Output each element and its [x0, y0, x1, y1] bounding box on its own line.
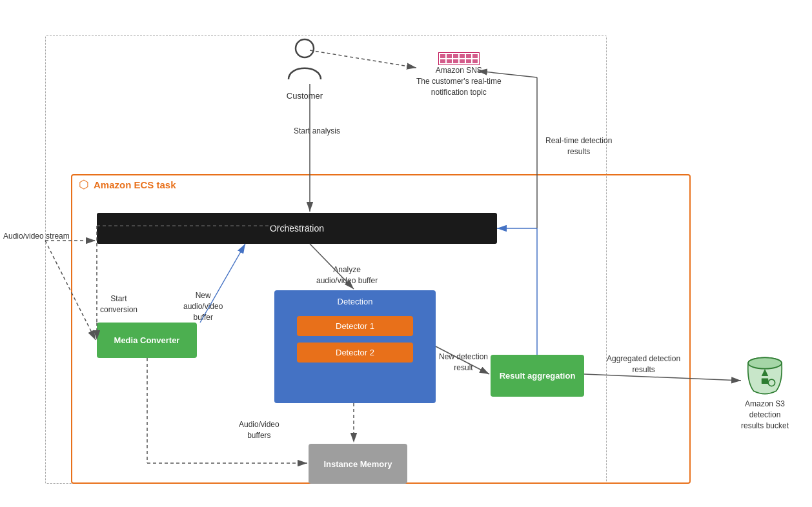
new-detection-result-label: New detectionresult	[439, 352, 488, 373]
customer-icon	[285, 35, 324, 90]
sns-box: Amazon SNSThe customer's real-timenotifi…	[416, 50, 502, 97]
audio-video-stream-label: Audio/video stream	[3, 231, 70, 242]
sns-icon	[438, 52, 480, 65]
audio-video-buffers-label: Audio/videobuffers	[239, 419, 279, 441]
start-analysis-label: Start analysis	[294, 126, 340, 137]
orchestration-bar: Orchestration	[97, 213, 497, 244]
result-aggregation-box: Result aggregation	[491, 355, 584, 397]
media-converter-label: Media Converter	[114, 335, 180, 345]
sns-label: Amazon SNSThe customer's real-timenotifi…	[416, 65, 502, 97]
diagram-container: { "title": "Amazon ECS Task Architecture…	[0, 0, 812, 507]
detection-title: Detection	[338, 297, 373, 306]
instance-memory-box: Instance Memory	[309, 444, 407, 484]
detector2-button[interactable]: Detector 2	[297, 343, 413, 363]
instance-memory-label: Instance Memory	[323, 459, 392, 469]
s3-label: Amazon S3detectionresults bucket	[741, 399, 789, 431]
detection-box: Detection Detector 1 Detector 2	[274, 290, 436, 403]
ecs-label: Amazon ECS task	[94, 179, 176, 190]
customer-label: Customer	[285, 91, 324, 101]
aggregated-detection-label: Aggregated detectionresults	[607, 353, 680, 375]
orchestration-label: Orchestration	[270, 223, 324, 234]
s3-bucket: Amazon S3detectionresults bucket	[741, 355, 789, 431]
customer-figure: Customer	[285, 35, 324, 101]
s3-icon	[742, 355, 787, 397]
detector1-button[interactable]: Detector 1	[297, 316, 413, 336]
new-audio-video-buffer-label: Newaudio/videobuffer	[183, 290, 223, 323]
result-aggregation-label: Result aggregation	[500, 371, 576, 381]
start-conversion-label: Startconversion	[100, 293, 137, 315]
realtime-detection-label: Real-time detectionresults	[545, 135, 612, 157]
analyze-buffer-label: Analyzeaudio/video buffer	[316, 264, 378, 286]
media-converter-box: Media Converter	[97, 323, 197, 358]
ecs-icon: ⬡	[79, 177, 92, 190]
svg-rect-4	[762, 378, 768, 384]
svg-point-0	[296, 39, 314, 57]
svg-point-2	[748, 357, 782, 368]
